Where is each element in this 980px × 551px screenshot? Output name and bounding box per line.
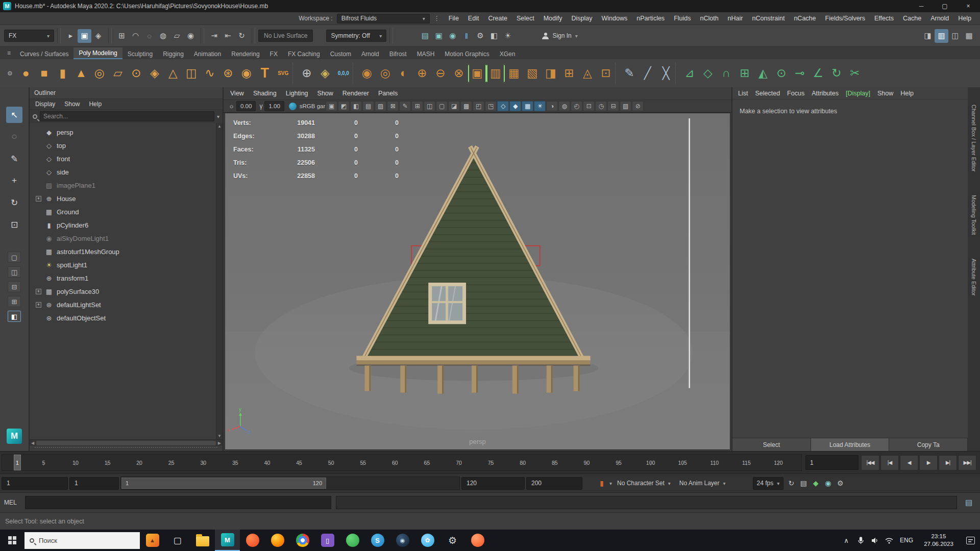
motion-blur-icon[interactable]: ◴ <box>571 101 582 111</box>
toggle-tool-settings-icon[interactable]: ▥ <box>935 29 948 43</box>
menu-item[interactable]: Arnold <box>926 15 953 22</box>
toggle-channel-box-icon[interactable]: ▦ <box>962 29 976 43</box>
color-management-icon[interactable] <box>289 103 297 110</box>
action-center-button[interactable] <box>961 530 980 551</box>
animation-preferences-icon[interactable]: ⚙ <box>834 477 846 489</box>
current-time-field[interactable]: 1 <box>805 455 859 470</box>
menu-item[interactable]: nCloth <box>695 15 723 22</box>
snap-projected-center-icon[interactable]: ◍ <box>156 29 170 43</box>
outliner-menu-item[interactable]: Display <box>31 101 60 108</box>
outliner-vertical-scrollbar[interactable]: ▲ ▼ <box>216 123 223 439</box>
shadows-icon[interactable]: ◑ <box>546 101 558 111</box>
lasso-tool-button[interactable]: ◌ <box>6 129 22 145</box>
taskbar-app-lightblue[interactable]: ✿ <box>415 530 440 551</box>
mel-label[interactable]: MEL <box>4 499 20 506</box>
shelf-options-icon[interactable]: ⚙ <box>3 70 17 77</box>
bevel-icon[interactable]: ◇ <box>699 63 717 84</box>
construction-plane-icon[interactable]: ⊕ <box>298 63 316 84</box>
poly-sphere-icon[interactable]: ● <box>17 63 35 84</box>
render-frame-icon[interactable]: ▣ <box>432 29 446 43</box>
poly-disc-icon[interactable]: ⊙ <box>127 63 145 84</box>
light-editor-icon[interactable]: ☀ <box>501 29 514 43</box>
move-tool-button[interactable]: + <box>6 172 22 189</box>
resolution-gate-icon[interactable]: ▢ <box>436 101 448 111</box>
menu-item[interactable]: Effects <box>870 15 898 22</box>
attribute-editor-menu-item[interactable]: Help <box>897 90 917 97</box>
combine-icon[interactable]: ◉ <box>358 63 376 84</box>
safe-title-icon[interactable]: ◳ <box>485 101 497 111</box>
auto-key-icon[interactable]: ◉ <box>822 477 834 489</box>
mirror-icon[interactable]: ◨ <box>542 63 560 84</box>
expand-toggle[interactable]: + <box>36 302 41 308</box>
retopologize-icon[interactable]: ▧ <box>523 63 542 84</box>
toggle-modeling-toolkit-icon[interactable]: ◨ <box>921 29 935 43</box>
construction-history-icon[interactable]: ↻ <box>235 29 249 43</box>
outliner-item[interactable]: ◆ persp <box>30 126 223 139</box>
shelf-tab[interactable]: Bifrost <box>384 48 412 59</box>
outliner-item[interactable]: ☀ spotLight1 <box>30 258 223 271</box>
field-chart-icon[interactable]: ▩ <box>460 101 472 111</box>
viewport-canvas[interactable]: y x z Verts: 19041 0 0 <box>225 113 730 450</box>
menu-item[interactable]: nHair <box>723 15 748 22</box>
loop-playback-icon[interactable]: ↻ <box>785 477 797 489</box>
boolean-difference-icon[interactable]: ⊖ <box>431 63 450 84</box>
taskbar-app-green[interactable] <box>340 530 365 551</box>
menu-item[interactable]: Windows <box>597 15 632 22</box>
step-back-button[interactable]: |◀ <box>880 455 899 470</box>
snap-view-plane-icon[interactable]: ▱ <box>170 29 184 43</box>
scroll-down-icon[interactable]: ▼ <box>217 434 222 438</box>
taskbar-app-notes-purple[interactable]: ▯ <box>315 530 340 551</box>
wireframe-icon[interactable]: ◇ <box>497 101 509 111</box>
single-pane-layout-button[interactable]: ▢ <box>8 252 21 263</box>
playback-end-field[interactable]: 120 <box>461 477 525 490</box>
shelf-tab[interactable]: Sculpting <box>122 48 158 59</box>
poly-helix-icon[interactable]: ∿ <box>201 63 219 84</box>
workspace-dropdown[interactable]: Bifrost Fluids ▾ <box>337 14 430 23</box>
hypershade-icon[interactable]: ◧ <box>487 29 501 43</box>
viewport-menu-item[interactable]: Lighting <box>281 90 313 97</box>
scroll-up-icon[interactable]: ▲ <box>217 124 222 129</box>
poly-gear-icon[interactable]: ⊛ <box>219 63 237 84</box>
shelf-separator[interactable] <box>353 63 358 84</box>
symmetry-dropdown[interactable]: Symmetry: Off ▾ <box>326 30 386 42</box>
shelf-tab[interactable]: FX <box>265 48 283 59</box>
origin-000-icon[interactable]: 0,0,0 <box>334 63 353 84</box>
taskbar-task-view-button[interactable]: ▢ <box>165 530 190 551</box>
range-key-icon[interactable]: ▮ <box>596 477 608 489</box>
merge-to-center-icon[interactable]: ⊙ <box>772 63 791 84</box>
snap-curve-icon[interactable]: ◠ <box>129 29 142 43</box>
anim-layer-dropdown[interactable]: No Anim Layer ▾ <box>676 480 729 487</box>
side-panel-tab[interactable]: Modeling Toolkit <box>971 195 977 235</box>
toggle-attribute-editor-icon[interactable]: ◫ <box>948 29 962 43</box>
pause-viewport-icon[interactable]: ‖ <box>459 29 473 43</box>
selection-mask-dropdown[interactable]: FX ▾ <box>4 30 54 42</box>
multi-cut-icon[interactable]: ╱ <box>639 63 657 84</box>
playback-range-bar[interactable]: 1 120 <box>121 478 326 489</box>
append-polygon-icon[interactable]: ⊞ <box>736 63 754 84</box>
outliner-menu-item[interactable]: Show <box>60 101 84 108</box>
command-result-field[interactable] <box>336 496 957 509</box>
render-settings-icon[interactable]: ⚙ <box>473 29 487 43</box>
taskbar-app-steam[interactable]: ◉ <box>390 530 415 551</box>
outliner-item[interactable]: ▦ Ground <box>30 205 223 218</box>
attribute-editor-menu-item[interactable]: Selected <box>751 90 783 97</box>
menu-item[interactable]: Edit <box>463 15 484 22</box>
taskbar-app-maya[interactable]: M <box>215 530 240 551</box>
poly-pyramid-icon[interactable]: △ <box>164 63 182 84</box>
speaker-icon[interactable] <box>868 530 882 551</box>
two-pane-stacked-layout-button[interactable]: ⊟ <box>8 281 21 292</box>
image-plane-icon[interactable]: ▨ <box>375 101 386 111</box>
joint-xray-icon[interactable]: ⊘ <box>632 101 644 111</box>
exposure-field[interactable]: 0.00 <box>236 101 256 111</box>
quadrangulate-icon[interactable]: ⊡ <box>597 63 615 84</box>
bridge-icon[interactable]: ∩ <box>717 63 736 84</box>
pan-zoom-icon[interactable]: ⊠ <box>387 101 399 111</box>
taskbar-app-game[interactable]: ▲ <box>140 530 165 551</box>
poly-torus-icon[interactable]: ◎ <box>90 63 109 84</box>
safe-action-icon[interactable]: ◰ <box>473 101 484 111</box>
workspace-options-icon[interactable]: ⋮ <box>430 15 444 22</box>
viewport-menu-item[interactable]: View <box>226 90 249 97</box>
shelf-tab[interactable]: XGen <box>495 48 521 59</box>
viewport-menu-item[interactable]: Show <box>313 90 338 97</box>
character-set-dropdown[interactable]: No Character Set ▾ <box>614 480 674 487</box>
